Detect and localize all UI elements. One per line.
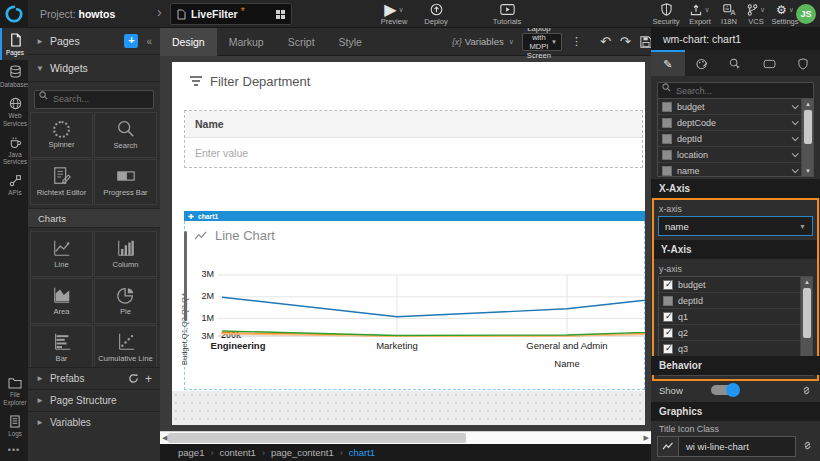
chart-tile-line[interactable]: Line xyxy=(30,231,93,277)
scrollbar-thumb[interactable] xyxy=(803,288,811,338)
widget-tile-progress-bar[interactable]: Progress Bar xyxy=(94,159,157,205)
undo-icon[interactable]: ↶ xyxy=(600,35,611,48)
widget-tile-richtext-editor[interactable]: Richtext Editor xyxy=(30,159,93,205)
rail-item-pages[interactable]: Pages xyxy=(0,28,28,60)
chevron-down-icon[interactable] xyxy=(792,102,799,109)
chart-tile-area[interactable]: Area xyxy=(30,278,93,324)
scrollbar-thumb[interactable] xyxy=(804,110,812,144)
rail-item-web-services[interactable]: Web Services xyxy=(0,92,28,130)
variables-section-header[interactable]: ► Variables xyxy=(28,411,160,433)
prefabs-section-header[interactable]: ► Prefabs + xyxy=(28,367,160,389)
chart-tile-pie[interactable]: Pie xyxy=(94,278,157,324)
rail-overflow-menu[interactable]: ••• xyxy=(0,441,28,461)
tab-styles[interactable] xyxy=(685,50,719,76)
livefilter-widget[interactable]: Name xyxy=(184,110,643,168)
export-button[interactable]: ∨ Export xyxy=(684,3,716,26)
page-tab-livefilter[interactable]: LiveFilter * xyxy=(170,3,292,25)
add-prefab-icon[interactable]: + xyxy=(145,372,152,386)
checkbox[interactable] xyxy=(663,344,673,354)
tab-security[interactable] xyxy=(786,50,820,76)
chevron-down-icon[interactable] xyxy=(792,134,799,141)
tab-properties[interactable]: ✎ xyxy=(651,50,685,76)
chevron-down-icon[interactable] xyxy=(792,166,799,173)
tutorials-button[interactable]: Tutorials xyxy=(486,3,528,26)
panel-scrollbar-thumb[interactable] xyxy=(184,231,187,321)
deploy-button[interactable]: Deploy xyxy=(418,3,454,26)
user-avatar[interactable]: JS xyxy=(796,4,816,24)
pages-grid-icon[interactable] xyxy=(276,10,285,19)
move-handle-icon[interactable]: ✚ xyxy=(188,213,194,220)
security-button[interactable]: Security xyxy=(648,3,684,26)
add-page-button[interactable]: + xyxy=(124,34,138,48)
checkbox[interactable] xyxy=(662,150,672,160)
x-axis-select[interactable]: name ▼ xyxy=(658,216,813,236)
i18n-button[interactable]: A I18N xyxy=(716,3,742,26)
canvas-horizontal-scrollbar[interactable]: ◀ ▶ xyxy=(160,431,651,444)
variables-button[interactable]: {x} Variables ∨ xyxy=(452,36,514,47)
checkbox[interactable] xyxy=(663,312,673,322)
tab-script[interactable]: Script xyxy=(276,28,327,56)
breadcrumb-chart1[interactable]: chart1 xyxy=(349,447,375,458)
name-field-input[interactable] xyxy=(185,147,642,159)
chart-tile-bar[interactable]: Bar xyxy=(30,325,93,367)
title-icon-class-input[interactable]: wi wi-line-chart xyxy=(679,436,796,457)
field-row-name[interactable]: name xyxy=(658,163,801,177)
checkbox[interactable] xyxy=(662,166,672,176)
field-row-deptcode[interactable]: deptCode xyxy=(658,115,801,131)
field-row-deptid[interactable]: deptId xyxy=(658,131,801,147)
scroll-up-arrow[interactable]: ▲ xyxy=(802,99,814,109)
tab-markup[interactable]: Markup xyxy=(217,28,276,56)
refresh-icon[interactable] xyxy=(128,373,139,384)
device-selector[interactable]: Laptop with MDPI Screen ▼ xyxy=(522,33,562,51)
widget-tile-search[interactable]: Search xyxy=(94,112,157,158)
y-option-deptid[interactable]: deptId xyxy=(659,293,800,309)
scroll-up-arrow[interactable]: ▲ xyxy=(801,277,813,287)
wavemaker-logo[interactable] xyxy=(0,0,28,28)
rail-item-databases[interactable]: Databases xyxy=(0,60,28,92)
preview-button[interactable]: ▶∨ Preview xyxy=(374,3,414,26)
scrollbar-thumb[interactable] xyxy=(168,433,466,443)
collapse-panel-icon[interactable]: « xyxy=(146,36,152,47)
page-structure-section-header[interactable]: ► Page Structure xyxy=(28,389,160,411)
y-option-budget[interactable]: budget xyxy=(659,277,800,293)
y-option-q3[interactable]: q3 xyxy=(659,341,800,357)
tab-design[interactable]: Design xyxy=(160,28,217,56)
y-option-q1[interactable]: q1 xyxy=(659,309,800,325)
rail-item-logs[interactable]: Logs xyxy=(0,410,28,441)
pages-section-header[interactable]: ► Pages + « xyxy=(28,28,160,55)
rail-item-java-services[interactable]: Java Services xyxy=(0,131,28,169)
widget-search-input[interactable] xyxy=(34,90,154,109)
scroll-down-arrow[interactable]: ▼ xyxy=(802,166,814,176)
checkbox[interactable] xyxy=(663,328,673,338)
field-row-budget[interactable]: budget xyxy=(658,99,801,115)
filter-panel-title[interactable]: Filter Department xyxy=(190,74,310,89)
checkbox[interactable] xyxy=(662,118,672,128)
bind-icon[interactable] xyxy=(801,385,812,396)
scroll-left-arrow[interactable]: ◀ xyxy=(162,434,167,442)
chevron-down-icon[interactable] xyxy=(792,150,799,157)
chevron-down-icon[interactable] xyxy=(792,118,799,125)
save-icon[interactable] xyxy=(640,36,652,48)
rail-item-file-explorer[interactable]: File Explorer xyxy=(0,372,28,409)
widget-tile-spinner[interactable]: Spinner xyxy=(30,112,93,158)
kebab-menu-icon[interactable]: ⋮ xyxy=(571,36,582,47)
y-option-q2[interactable]: q2 xyxy=(659,325,800,341)
vcs-button[interactable]: ∨ VCS xyxy=(742,3,770,26)
chart-tile-column[interactable]: Column xyxy=(94,231,157,277)
chart-tile-cumulative-line[interactable]: Cumulative Line xyxy=(94,325,157,367)
tab-inspect[interactable] xyxy=(719,50,753,76)
breadcrumb-content1[interactable]: content1 xyxy=(219,447,255,458)
breadcrumb-page-content1[interactable]: page_content1 xyxy=(271,447,334,458)
scroll-right-arrow[interactable]: ▶ xyxy=(644,434,649,442)
breadcrumb-page1[interactable]: page1 xyxy=(178,447,204,458)
tab-style[interactable]: Style xyxy=(327,28,374,56)
redo-icon[interactable]: ↷ xyxy=(620,35,631,48)
checkbox[interactable] xyxy=(663,296,673,306)
field-row-location[interactable]: location xyxy=(658,147,801,163)
tab-device[interactable] xyxy=(752,50,786,76)
show-toggle[interactable] xyxy=(711,385,739,395)
project-name[interactable]: Project: howtos xyxy=(40,8,115,20)
widget-selection-bar[interactable]: ✚ chart1 xyxy=(184,211,645,221)
widgets-section-header[interactable]: ▼ Widgets xyxy=(28,55,160,82)
checkbox[interactable] xyxy=(662,134,672,144)
